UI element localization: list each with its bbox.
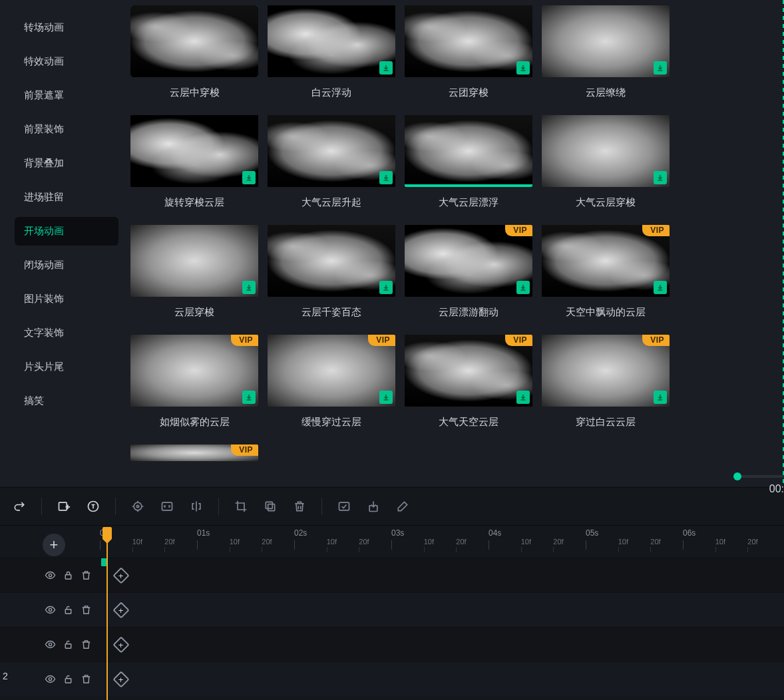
lock-icon[interactable] bbox=[63, 604, 74, 615]
timeline-ruler[interactable]: 0s10f20f01s10f20f02s10f20f03s10f20f04s10… bbox=[100, 528, 784, 555]
sidebar-item[interactable]: 进场驻留 bbox=[15, 183, 118, 212]
preview-check-button[interactable] bbox=[331, 494, 357, 519]
trash-icon[interactable] bbox=[81, 673, 92, 685]
lock-icon[interactable] bbox=[63, 639, 74, 650]
asset-thumbnail[interactable] bbox=[268, 5, 395, 77]
vip-badge: VIP bbox=[642, 225, 670, 236]
track-lane[interactable]: + bbox=[100, 558, 784, 592]
lock-icon[interactable] bbox=[63, 673, 74, 685]
download-icon[interactable] bbox=[516, 61, 530, 75]
asset-card: 云层穿梭 bbox=[130, 225, 258, 319]
download-icon[interactable] bbox=[654, 281, 667, 294]
timeline-track: + bbox=[0, 627, 784, 661]
visibility-icon[interactable] bbox=[45, 673, 56, 685]
asset-card: 大气云层穿梭 bbox=[542, 115, 670, 209]
download-icon[interactable] bbox=[654, 61, 667, 75]
visibility-icon[interactable] bbox=[45, 604, 56, 615]
add-track-button[interactable]: + bbox=[43, 534, 65, 556]
sidebar-item[interactable]: 背景叠加 bbox=[15, 149, 118, 178]
track-lane[interactable]: + bbox=[100, 593, 784, 627]
asset-thumbnail[interactable]: VIP bbox=[405, 335, 532, 407]
asset-card: 旋转穿梭云层 bbox=[130, 115, 258, 209]
download-icon[interactable] bbox=[242, 391, 256, 404]
add-keyframe-button[interactable]: + bbox=[113, 637, 129, 653]
svg-rect-11 bbox=[65, 610, 71, 613]
asset-thumbnail[interactable]: VIP bbox=[405, 225, 532, 297]
svg-point-8 bbox=[49, 574, 51, 576]
svg-point-12 bbox=[49, 643, 51, 645]
trash-icon[interactable] bbox=[81, 604, 92, 615]
asset-thumbnail[interactable] bbox=[130, 115, 258, 187]
asset-card: 大气云层漂浮 bbox=[405, 115, 532, 209]
target-button[interactable] bbox=[125, 494, 150, 519]
code-button[interactable] bbox=[154, 494, 180, 519]
visibility-icon[interactable] bbox=[45, 570, 56, 581]
track-lane[interactable]: + bbox=[100, 627, 784, 661]
asset-thumbnail[interactable]: VIP bbox=[268, 335, 395, 407]
asset-thumbnail[interactable]: VIP bbox=[542, 225, 670, 297]
sidebar-item[interactable]: 片头片尾 bbox=[15, 353, 118, 381]
add-media-button[interactable] bbox=[51, 494, 77, 519]
svg-rect-0 bbox=[59, 502, 67, 510]
add-keyframe-button[interactable]: + bbox=[113, 671, 129, 687]
export-button[interactable] bbox=[361, 494, 386, 519]
playhead[interactable] bbox=[106, 528, 108, 700]
sidebar-item[interactable]: 闭场动画 bbox=[15, 251, 118, 279]
copy-button[interactable] bbox=[258, 494, 283, 519]
download-icon[interactable] bbox=[379, 281, 393, 294]
sidebar-item[interactable]: 转场动画 bbox=[15, 13, 118, 42]
download-icon[interactable] bbox=[654, 391, 667, 404]
asset-card: VIP云层漂游翻动 bbox=[405, 225, 532, 319]
redo-button[interactable] bbox=[7, 494, 32, 519]
clip-marker[interactable] bbox=[101, 558, 106, 566]
asset-thumbnail[interactable] bbox=[130, 5, 258, 77]
asset-label: 云层中穿梭 bbox=[170, 87, 220, 99]
visibility-icon[interactable] bbox=[45, 639, 56, 650]
asset-label: 天空中飘动的云层 bbox=[566, 306, 646, 319]
delete-button[interactable] bbox=[287, 494, 312, 519]
download-icon[interactable] bbox=[379, 391, 393, 404]
lock-icon[interactable] bbox=[63, 570, 74, 581]
category-sidebar: 转场动画特效动画前景遮罩前景装饰背景叠加进场驻留开场动画闭场动画图片装饰文字装饰… bbox=[0, 0, 126, 487]
download-icon[interactable] bbox=[379, 61, 393, 75]
asset-thumbnail[interactable] bbox=[542, 5, 670, 77]
text-tool-button[interactable] bbox=[81, 494, 106, 519]
asset-thumbnail[interactable] bbox=[130, 225, 258, 297]
download-icon[interactable] bbox=[516, 391, 530, 404]
mirror-button[interactable] bbox=[184, 494, 209, 519]
download-icon[interactable] bbox=[654, 171, 667, 184]
download-icon[interactable] bbox=[242, 171, 256, 184]
trash-icon[interactable] bbox=[81, 570, 92, 581]
asset-thumbnail[interactable] bbox=[268, 115, 395, 187]
asset-thumbnail[interactable]: VIP bbox=[130, 335, 258, 407]
asset-thumbnail[interactable] bbox=[268, 225, 395, 297]
zoom-slider[interactable] bbox=[737, 475, 784, 478]
asset-thumbnail[interactable] bbox=[405, 115, 532, 187]
add-keyframe-button[interactable]: + bbox=[113, 602, 129, 618]
asset-label: 云层漂游翻动 bbox=[439, 306, 498, 319]
svg-rect-13 bbox=[65, 644, 71, 648]
track-lane[interactable]: + bbox=[100, 662, 784, 696]
sidebar-item[interactable]: 开场动画 bbox=[15, 217, 118, 246]
add-keyframe-button[interactable]: + bbox=[113, 568, 129, 584]
asset-label: 如烟似雾的云层 bbox=[160, 416, 230, 429]
vip-badge: VIP bbox=[231, 335, 258, 346]
asset-card: 大气云层升起 bbox=[268, 115, 395, 209]
trash-icon[interactable] bbox=[81, 639, 92, 650]
download-icon[interactable] bbox=[379, 171, 393, 184]
download-icon[interactable] bbox=[242, 281, 256, 294]
download-icon[interactable] bbox=[516, 281, 530, 294]
sidebar-item[interactable]: 文字装饰 bbox=[15, 319, 118, 347]
sidebar-item[interactable]: 搞笑 bbox=[15, 387, 118, 415]
crop-button[interactable] bbox=[228, 494, 254, 519]
edit-button[interactable] bbox=[390, 494, 415, 519]
asset-thumbnail[interactable] bbox=[405, 5, 532, 77]
sidebar-item[interactable]: 前景遮罩 bbox=[15, 81, 118, 110]
sidebar-item[interactable]: 图片装饰 bbox=[15, 285, 118, 313]
vip-badge: VIP bbox=[505, 335, 532, 346]
sidebar-item[interactable]: 特效动画 bbox=[15, 47, 118, 76]
sidebar-item[interactable]: 前景装饰 bbox=[15, 115, 118, 144]
asset-thumbnail[interactable]: VIP bbox=[542, 335, 670, 407]
asset-thumbnail[interactable] bbox=[542, 115, 670, 187]
asset-thumbnail[interactable]: VIP bbox=[130, 444, 258, 461]
